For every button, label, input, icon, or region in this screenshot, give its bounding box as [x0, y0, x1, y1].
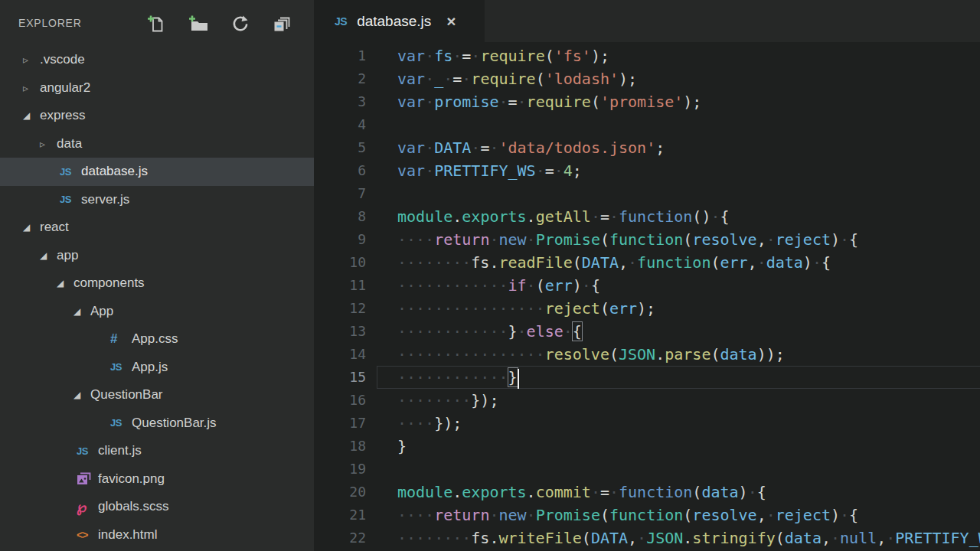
code-line-16[interactable]: ········});: [377, 389, 980, 412]
code-token: var: [397, 47, 425, 65]
code-token: function: [637, 253, 710, 272]
code-token: new: [498, 230, 526, 249]
chevron-collapsed-icon[interactable]: ▹: [23, 82, 40, 94]
chevron-expanded-icon[interactable]: ◢: [23, 222, 40, 233]
collapse-all-button[interactable]: [273, 13, 292, 34]
code-token: getAll: [536, 207, 591, 226]
code-token: require: [527, 93, 591, 111]
code-editor[interactable]: 12345678910111213141516171819202122 var·…: [314, 42, 980, 551]
tree-item-client-js[interactable]: JSclient.js: [0, 437, 314, 465]
code-line-14[interactable]: ················resolve(JSON.parse(data)…: [377, 343, 980, 366]
line-number: 19: [314, 458, 366, 481]
code-line-10[interactable]: ········fs.readFile(DATA,·function(err,·…: [377, 251, 980, 274]
tree-item-favicon-png[interactable]: favicon.png: [0, 465, 314, 494]
code-token: ·: [748, 483, 757, 501]
code-token: });: [434, 414, 462, 432]
tree-item-globals-scss[interactable]: ℘globals.scss: [0, 493, 314, 521]
code-token: resolve: [692, 230, 756, 249]
line-number: 7: [314, 182, 366, 205]
tree-item-angular2[interactable]: ▹angular2: [0, 74, 314, 103]
refresh-button[interactable]: [230, 13, 250, 34]
tree-item-react[interactable]: ◢react: [0, 214, 314, 242]
line-number: 12: [314, 297, 366, 320]
code-line-15[interactable]: ············}: [377, 366, 980, 389]
code-line-12[interactable]: ················reject(err);: [377, 297, 980, 320]
tree-item-app[interactable]: ◢app: [0, 242, 314, 270]
js-file-icon: JS: [110, 361, 132, 373]
code-token: ·: [628, 253, 637, 272]
code-line-7[interactable]: [377, 182, 980, 205]
tree-item-label: App: [90, 304, 113, 319]
code-line-8[interactable]: module.exports.getAll·=·function()·{: [377, 205, 980, 228]
code-token: exports: [462, 207, 526, 226]
new-file-button[interactable]: [146, 13, 166, 34]
tree-item-app[interactable]: ◢App: [0, 298, 314, 326]
sass-file-icon: ℘: [77, 498, 98, 516]
tree-item-questionbar-js[interactable]: JSQuestionBar.js: [0, 409, 314, 438]
code-token: ·: [518, 93, 527, 111]
code-token: function: [609, 230, 683, 249]
code-line-22[interactable]: ········fs.writeFile(DATA,·JSON.stringif…: [377, 527, 980, 549]
code-line-3[interactable]: var·promise·=·require('promise');: [377, 90, 980, 113]
tree-item--vscode[interactable]: ▹.vscode: [0, 46, 314, 74]
code-token: ·: [840, 506, 849, 524]
explorer-actions: [146, 13, 292, 34]
chevron-expanded-icon[interactable]: ◢: [74, 306, 90, 317]
code-line-18[interactable]: }: [377, 435, 980, 458]
code-line-20[interactable]: module.exports.commit·=·function(data)·{: [377, 481, 980, 504]
tree-item-label: index.html: [98, 527, 157, 543]
tree-item-server-js[interactable]: JSserver.js: [0, 186, 314, 214]
line-number: 17: [314, 412, 366, 435]
line-number: 21: [314, 504, 366, 527]
code-token: ····: [397, 230, 434, 249]
code-token: ,: [757, 230, 766, 249]
code-line-4[interactable]: [377, 113, 980, 136]
new-file-icon: [147, 15, 165, 34]
chevron-expanded-icon[interactable]: ◢: [23, 110, 40, 121]
tab-close-icon[interactable]: ×: [446, 13, 456, 29]
tree-item-app-js[interactable]: JSApp.js: [0, 354, 314, 382]
code-line-11[interactable]: ············if·(err)·{: [377, 274, 980, 297]
code-token: }: [397, 437, 407, 455]
code-line-21[interactable]: ····return·new·Promise(function(resolve,…: [377, 504, 980, 527]
html-file-icon: <>: [77, 529, 98, 541]
code-line-9[interactable]: ····return·new·Promise(function(resolve,…: [377, 228, 980, 251]
chevron-expanded-icon[interactable]: ◢: [40, 250, 57, 261]
code-token: }: [508, 322, 518, 341]
code-line-13[interactable]: ············}·else·{: [377, 320, 980, 343]
code-line-2[interactable]: var·_·=·require('lodash');: [377, 67, 980, 90]
tree-item-components[interactable]: ◢components: [0, 269, 314, 298]
tree-item-express[interactable]: ◢express: [0, 102, 314, 130]
explorer-title: EXPLORER: [18, 17, 82, 29]
tree-item-data[interactable]: ▹data: [0, 130, 314, 158]
code-token: ············: [397, 276, 508, 295]
code-token: module: [397, 207, 452, 226]
tree-item-app-css[interactable]: #App.css: [0, 325, 314, 354]
code-token: module: [397, 483, 452, 501]
chevron-expanded-icon[interactable]: ◢: [74, 390, 90, 400]
code-line-1[interactable]: var·fs·=·require('fs');: [377, 44, 980, 67]
code-token: 'fs': [554, 47, 591, 65]
code-token: fs.: [471, 253, 498, 272]
tree-item-database-js[interactable]: JSdatabase.js: [0, 158, 314, 186]
chevron-expanded-icon[interactable]: ◢: [57, 278, 74, 289]
code-token: ················: [397, 345, 545, 364]
chevron-collapsed-icon[interactable]: ▹: [40, 138, 57, 150]
tree-item-index-html[interactable]: <>index.html: [0, 521, 314, 549]
tree-item-questionbar[interactable]: ◢QuestionBar: [0, 381, 314, 409]
new-folder-button[interactable]: [188, 13, 208, 34]
code-token: ········: [397, 391, 471, 409]
code-line-19[interactable]: [377, 458, 980, 481]
tab-database-js[interactable]: JS database.js ×: [314, 0, 485, 42]
code-token: Promise: [536, 506, 600, 524]
chevron-collapsed-icon[interactable]: ▹: [23, 54, 40, 66]
code-token: else: [527, 322, 564, 341]
code-line-5[interactable]: var·DATA·=·'data/todos.json';: [377, 136, 980, 159]
code-token: resolve: [692, 506, 756, 524]
code-token: (: [683, 506, 692, 524]
code-line-17[interactable]: ····});: [377, 412, 980, 435]
code-token: ·: [886, 529, 895, 547]
code-line-6[interactable]: var·PRETTIFY_WS·=·4;: [377, 159, 980, 182]
code-token: ·: [425, 161, 434, 180]
tree-item-label: database.js: [81, 164, 148, 179]
